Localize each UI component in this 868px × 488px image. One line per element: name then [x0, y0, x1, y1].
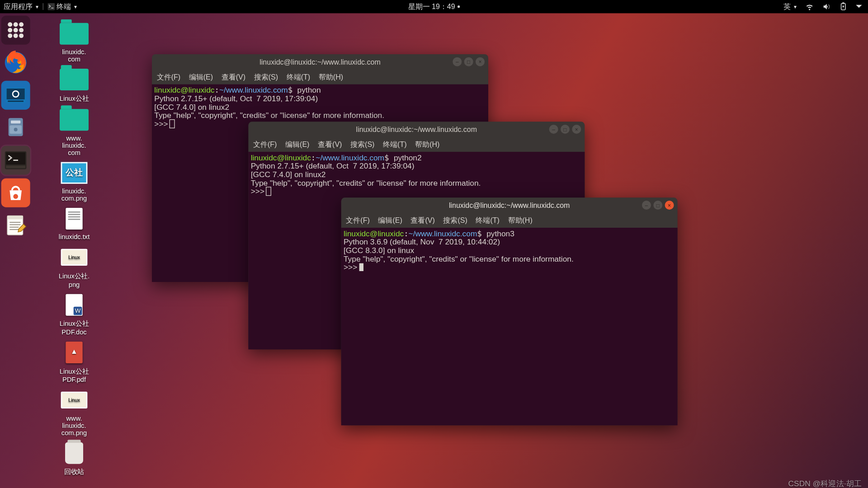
- pdf-file-icon: [66, 342, 82, 363]
- software-launcher[interactable]: [1, 178, 30, 207]
- menu-item[interactable]: 搜索(S): [350, 140, 374, 150]
- dash-button[interactable]: [1, 16, 30, 45]
- system-menu-icon[interactable]: [856, 4, 862, 9]
- menu-item[interactable]: 编辑(E): [378, 216, 402, 226]
- terminal-launcher[interactable]: [1, 146, 30, 175]
- svg-point-7: [14, 28, 18, 33]
- titlebar[interactable]: linuxidc@linuxidc:~/www.linuxidc.com – □…: [152, 54, 488, 70]
- watermark: CSDN @科迎法·胡工: [788, 479, 862, 488]
- icon-label: Linux公社: [45, 94, 104, 103]
- close-button[interactable]: ×: [572, 125, 581, 134]
- menu-item[interactable]: 查看(V): [410, 216, 434, 226]
- desktop-icon[interactable]: LinuxLinux公社. png: [45, 244, 104, 288]
- menu-item[interactable]: 终端(T): [287, 72, 310, 82]
- minimize-button[interactable]: –: [642, 201, 651, 210]
- desktop-icon[interactable]: 公社linuxidc. com.png: [45, 160, 104, 202]
- menu-item[interactable]: 编辑(E): [189, 72, 213, 82]
- desktop-icon[interactable]: 回收站: [45, 440, 104, 476]
- desktop-icon[interactable]: Linux公社 PDF.doc: [45, 291, 104, 335]
- svg-rect-23: [6, 166, 25, 168]
- terminal-icon: [47, 3, 55, 10]
- svg-rect-16: [8, 101, 24, 102]
- menu-item[interactable]: 帮助(H): [319, 72, 343, 82]
- menu-item[interactable]: 文件(F): [157, 72, 180, 82]
- menu-item[interactable]: 文件(F): [253, 140, 277, 150]
- desktop-icon[interactable]: linuxidc. com: [45, 20, 104, 62]
- menu-item[interactable]: 查看(V): [318, 140, 342, 150]
- menubar: 文件(F)编辑(E)查看(V)搜索(S)终端(T)帮助(H): [341, 213, 678, 228]
- folder-icon: [60, 69, 89, 90]
- svg-rect-14: [7, 89, 25, 99]
- window-title: linuxidc@linuxidc:~/www.linuxidc.com: [356, 125, 477, 134]
- desktop-icon[interactable]: www. linuxidc. com: [45, 107, 104, 156]
- desktop-icon[interactable]: Linux公社: [45, 66, 104, 103]
- screenshot-launcher[interactable]: [1, 81, 30, 110]
- svg-point-24: [13, 194, 18, 199]
- menu-item[interactable]: 搜索(S): [254, 72, 278, 82]
- menu-item[interactable]: 终端(T): [383, 140, 406, 150]
- trash-icon: [65, 442, 83, 464]
- desktop-icon[interactable]: Linuxwww. linuxidc. com.png: [45, 387, 104, 436]
- svg-point-20: [14, 128, 18, 131]
- files-launcher[interactable]: [1, 113, 30, 142]
- maximize-button[interactable]: □: [561, 125, 570, 134]
- icon-label: 回收站: [45, 468, 104, 477]
- svg-point-9: [8, 33, 12, 38]
- svg-rect-0: [47, 3, 55, 10]
- terminal-menu[interactable]: 终端: [47, 1, 77, 12]
- terminal-window-3[interactable]: linuxidc@linuxidc:~/www.linuxidc.com – □…: [341, 197, 678, 425]
- menu-item[interactable]: 终端(T): [476, 216, 499, 226]
- menubar: 文件(F)编辑(E)查看(V)搜索(S)终端(T)帮助(H): [152, 70, 488, 84]
- menu-item[interactable]: 文件(F): [346, 216, 369, 226]
- menu-item[interactable]: 帮助(H): [415, 140, 439, 150]
- maximize-button[interactable]: □: [653, 201, 662, 210]
- desktop-icon[interactable]: Linux公社 PDF.pdf: [45, 339, 104, 383]
- minimize-button[interactable]: –: [453, 57, 462, 66]
- icon-label: www. linuxidc. com: [45, 134, 104, 156]
- volume-icon[interactable]: [822, 2, 831, 11]
- gedit-launcher[interactable]: [1, 211, 30, 240]
- icon-label: Linux公社. png: [45, 272, 104, 288]
- window-title: linuxidc@linuxidc:~/www.linuxidc.com: [449, 201, 570, 210]
- svg-rect-18: [11, 121, 20, 124]
- maximize-button[interactable]: □: [464, 57, 473, 66]
- icon-label: www. linuxidc. com.png: [45, 414, 104, 436]
- minimize-button[interactable]: –: [549, 125, 558, 134]
- wifi-icon[interactable]: [805, 2, 814, 11]
- icon-label: Linux公社 PDF.pdf: [45, 367, 104, 383]
- titlebar[interactable]: linuxidc@linuxidc:~/www.linuxidc.com – □…: [248, 122, 585, 137]
- folder-icon: [60, 23, 89, 45]
- launcher: [1, 16, 33, 240]
- clock[interactable]: 星期一 19：49: [408, 1, 460, 12]
- terminal-output[interactable]: linuxidc@linuxidc:~/www.linuxidc.com$ py…: [341, 228, 678, 425]
- text-file-icon: [66, 208, 82, 230]
- folder-icon: [60, 109, 89, 131]
- menu-item[interactable]: 编辑(E): [285, 140, 309, 150]
- desktop-icons: linuxidc. comLinux公社www. linuxidc. com公社…: [45, 20, 111, 480]
- window-title: linuxidc@linuxidc:~/www.linuxidc.com: [259, 58, 380, 66]
- close-button[interactable]: ×: [476, 57, 485, 66]
- menu-item[interactable]: 帮助(H): [508, 216, 533, 226]
- image-thumb-icon: 公社: [61, 162, 88, 184]
- titlebar[interactable]: linuxidc@linuxidc:~/www.linuxidc.com – □…: [341, 197, 678, 213]
- battery-icon[interactable]: [839, 2, 848, 11]
- svg-point-6: [8, 28, 12, 33]
- applications-menu[interactable]: 应用程序: [4, 1, 38, 12]
- firefox-launcher[interactable]: [1, 48, 30, 77]
- top-panel: 应用程序 | 终端 星期一 19：49 英: [0, 0, 868, 13]
- svg-point-5: [19, 22, 24, 27]
- image-file-icon: Linux: [61, 392, 88, 408]
- close-button[interactable]: ×: [665, 201, 674, 210]
- svg-rect-26: [7, 216, 23, 219]
- icon-label: linuxidc.txt: [45, 233, 104, 240]
- input-method-indicator[interactable]: 英: [783, 1, 797, 12]
- icon-label: Linux公社 PDF.doc: [45, 319, 104, 336]
- svg-point-11: [19, 33, 24, 38]
- menu-item[interactable]: 查看(V): [222, 72, 245, 82]
- desktop-icon[interactable]: linuxidc.txt: [45, 206, 104, 240]
- svg-point-8: [19, 28, 24, 33]
- svg-point-4: [14, 22, 18, 27]
- icon-label: linuxidc. com: [45, 48, 104, 63]
- svg-rect-2: [842, 2, 844, 3]
- menu-item[interactable]: 搜索(S): [443, 216, 467, 226]
